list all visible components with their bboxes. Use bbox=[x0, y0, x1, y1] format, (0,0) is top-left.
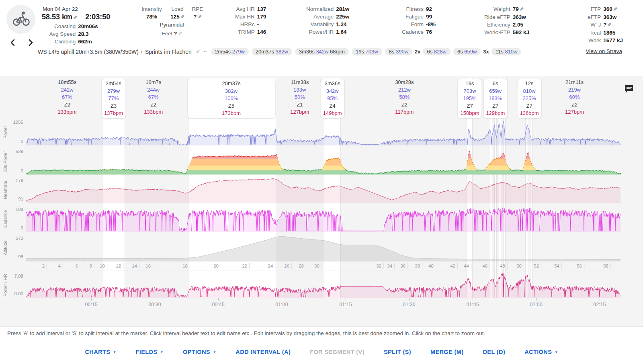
interval-chip[interactable]: 8s 390w bbox=[385, 48, 412, 55]
interval-chip[interactable]: 11s 810w bbox=[491, 48, 522, 55]
stat-label: Fatigue bbox=[405, 13, 424, 20]
hint-text: Press 'A' to add interval or 'S' to spli… bbox=[7, 330, 485, 336]
chart-area[interactable]: 18m55s242w67%Z2133bpm2m54s279w77%Z3137bp… bbox=[0, 76, 643, 326]
interval-header[interactable]: 21m11s219w60%Z2127bpm bbox=[565, 79, 584, 116]
stat-label: Average bbox=[313, 13, 334, 20]
toolbar-button-merge-m[interactable]: MERGE (M) bbox=[430, 349, 464, 355]
stat-value: 179 bbox=[257, 13, 266, 20]
chart-row-label: Power bbox=[2, 119, 8, 145]
interval-chip[interactable]: 6s 828w bbox=[423, 48, 450, 55]
prev-activity-button[interactable] bbox=[9, 39, 18, 47]
interval-header[interactable]: 16m7s244w67%Z2133bpm bbox=[144, 79, 163, 116]
edit-distance-icon[interactable]: ✎ bbox=[73, 14, 77, 22]
chart-row-label: Heartrate bbox=[2, 177, 8, 203]
stat-value: 146 bbox=[257, 28, 266, 36]
toolbar-button-options[interactable]: OPTIONS▼ bbox=[183, 349, 216, 355]
toolbar-button-actions[interactable]: ACTIONS▼ bbox=[524, 349, 558, 355]
hr-chart[interactable] bbox=[26, 177, 621, 203]
interval-chip[interactable]: 6s 659w bbox=[453, 48, 481, 55]
tilde-separator: ~ bbox=[204, 49, 207, 55]
time-tick-label: 00:45 bbox=[212, 302, 224, 307]
distance-tick-label: 48 bbox=[500, 263, 508, 269]
distance-tick-label: 24 bbox=[268, 263, 275, 269]
altitude-chart[interactable] bbox=[26, 235, 621, 261]
feel-row: Feel ?✎ bbox=[133, 30, 211, 38]
time-tick bbox=[155, 298, 155, 301]
interval-header[interactable]: 2m54s279w77%Z3137bpm bbox=[101, 79, 126, 119]
stat-value: 281w bbox=[336, 5, 349, 13]
stat-value: 76 bbox=[426, 28, 436, 36]
power-stats: Normalized281wAverage225wVariability1.24… bbox=[306, 5, 349, 36]
edit-feel-icon[interactable]: ✎ bbox=[178, 30, 182, 38]
toolbar-button-split-s[interactable]: SPLIT (S) bbox=[384, 349, 411, 355]
interval-chip[interactable]: 3m36s 342w 68rpm bbox=[295, 48, 349, 55]
interval-header[interactable]: 3m36s342w95%Z4149bpm bbox=[320, 79, 345, 119]
next-activity-button[interactable] bbox=[27, 39, 35, 47]
distance-tick-label: 28 bbox=[299, 263, 306, 269]
interval-chip[interactable]: 19s 703w bbox=[352, 48, 382, 55]
distance-tick-label: 56 bbox=[577, 263, 584, 269]
interval-header[interactable]: 30m28s212w58%Z2117bpm bbox=[395, 79, 414, 116]
intensity-column: Intensity Load RPE 78% 125✎ ?✎ Pyramidal… bbox=[133, 5, 211, 38]
workout-row: WS L4/5 uphill 20m+3.5m (380W/350W) + Sp… bbox=[38, 48, 521, 55]
workout-name[interactable]: WS L4/5 uphill 20m+3.5m (380W/350W) + Sp… bbox=[38, 49, 192, 55]
chevron-down-icon: ▼ bbox=[213, 350, 216, 354]
stat-value: -8% bbox=[426, 20, 436, 28]
interval-chip[interactable]: 20m37s 382w bbox=[252, 48, 292, 55]
phr-chart[interactable] bbox=[26, 273, 621, 298]
edit-icon[interactable]: ✎ bbox=[607, 21, 611, 29]
stat-label: eFTP bbox=[588, 13, 601, 21]
power-chart[interactable] bbox=[26, 119, 621, 145]
chip-multiplier: 3x bbox=[483, 49, 489, 55]
toolbar-button-for-segment-v: FOR SEGMENT (V) bbox=[310, 349, 365, 355]
toolbar-button-charts[interactable]: CHARTS▼ bbox=[85, 349, 116, 355]
edit-rpe-icon[interactable]: ✎ bbox=[198, 13, 202, 21]
interval-header[interactable]: 12s810w225%Z7136bpm bbox=[517, 79, 542, 119]
distance-tick-label: 38 bbox=[415, 263, 422, 269]
toolbar-button-fields[interactable]: FIELDS▼ bbox=[136, 349, 164, 355]
interval-header[interactable]: 20m37s382w106%Z5172bpm bbox=[187, 79, 275, 119]
stat-label: Max HR bbox=[235, 13, 255, 20]
stat-value: 99 bbox=[426, 13, 436, 20]
stat-value: ?✎ bbox=[603, 21, 623, 29]
distance-tick-label: 20 bbox=[213, 263, 221, 269]
stat-label: Weight bbox=[494, 5, 510, 13]
distance-tick-label: 8 bbox=[90, 263, 94, 269]
interval-chip[interactable]: 2m54s 279w bbox=[211, 48, 249, 55]
activity-page: Mon 04 Apr 22 58.53 km✎2:03:50 Coasting2… bbox=[0, 0, 643, 364]
stat-label: Ride eFTP bbox=[484, 13, 510, 21]
stat-label: Work bbox=[588, 37, 601, 44]
toolbar-button-add-interval-a[interactable]: ADD INTERVAL (A) bbox=[235, 349, 291, 355]
distance-tick-label: 34 bbox=[387, 263, 395, 269]
distance-tick-label: 32 bbox=[376, 263, 384, 269]
distance-tick-label: 16 bbox=[145, 263, 153, 269]
chart-row-label: 30s Power bbox=[2, 148, 8, 175]
edit-icon[interactable]: ✎ bbox=[613, 6, 617, 13]
activity-type-avatar[interactable] bbox=[6, 5, 35, 34]
distance-value: 58.53 km bbox=[42, 13, 72, 21]
fitness-stats: Fitness92Fatigue99Form-8%Cadence76 bbox=[402, 5, 436, 36]
power-shape: Pyramidal bbox=[133, 21, 211, 29]
cadence-chart[interactable] bbox=[26, 206, 621, 232]
view-on-strava-link[interactable]: View on Strava bbox=[586, 48, 622, 54]
stat-value: 92 bbox=[426, 5, 436, 13]
distance-tick-label: 14 bbox=[132, 263, 139, 269]
cyclist-icon bbox=[12, 10, 30, 28]
stat-label: Climbing bbox=[55, 38, 76, 45]
interval-header[interactable]: 11m38s183w50%Z1127bpm bbox=[290, 79, 309, 116]
power30-chart[interactable] bbox=[26, 148, 621, 175]
time-axis: 00:1500:3000:4501:0001:1501:3001:4502:00… bbox=[26, 298, 621, 312]
edit-icon[interactable]: ✎ bbox=[520, 6, 524, 13]
rpe-value: ?✎ bbox=[190, 13, 205, 21]
toolbar-button-del-d[interactable]: DEL (D) bbox=[483, 349, 505, 355]
edit-workout-name-icon[interactable]: ✎ bbox=[196, 49, 200, 55]
interval-header[interactable]: 18m55s242w67%Z2133bpm bbox=[58, 79, 77, 116]
stat-label: Avg Speed bbox=[49, 30, 76, 38]
edit-load-icon[interactable]: ✎ bbox=[180, 13, 184, 21]
comment-icon[interactable] bbox=[624, 84, 634, 96]
interval-header[interactable]: 6s659w183%Z7129bpm bbox=[483, 79, 508, 119]
stat-value: 592 kJ bbox=[513, 29, 529, 36]
interval-header[interactable]: 19s703w195%Z7150bpm bbox=[458, 79, 482, 119]
stat-value: 137 bbox=[257, 5, 266, 13]
distance-tick-label: 54 bbox=[554, 263, 562, 269]
